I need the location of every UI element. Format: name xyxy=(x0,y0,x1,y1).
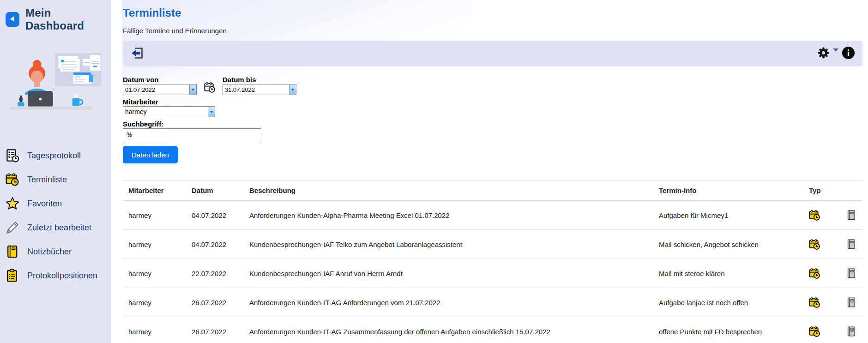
cell-typ xyxy=(809,210,840,221)
daily-log-icon xyxy=(6,149,19,162)
date-to-dropdown-button[interactable] xyxy=(289,84,296,95)
sidebar-item-terminliste[interactable]: Terminliste xyxy=(0,168,111,192)
date-from-input[interactable] xyxy=(123,84,189,95)
cell-datum: 22.07.2022 xyxy=(192,270,249,277)
open-notebook-button[interactable] xyxy=(846,297,857,308)
table-header-row: Mitarbeiter Datum Beschreibung Termin-In… xyxy=(123,181,862,201)
col-header-termin-info: Termin-Info xyxy=(659,187,809,194)
cell-typ xyxy=(809,297,840,308)
calendar-clock-icon xyxy=(809,297,820,308)
table-row[interactable]: harmey 04.07.2022 Kundenbesprechungen-IA… xyxy=(123,230,862,259)
main-content: Terminliste Fällige Termine und Erinneru… xyxy=(111,0,868,343)
cell-beschreibung: Kundenbesprechungen-IAF Telko zum Angebo… xyxy=(249,241,659,248)
calendar-clock-icon xyxy=(204,82,216,95)
col-header-datum: Datum xyxy=(192,187,249,194)
appointment-table: Mitarbeiter Datum Beschreibung Termin-In… xyxy=(123,180,862,343)
notebook-icon xyxy=(846,297,857,308)
cell-typ xyxy=(809,239,840,250)
cell-typ xyxy=(809,326,840,337)
calendar-clock-icon xyxy=(809,239,820,250)
calendar-clock-icon xyxy=(809,326,820,337)
sidebar-item-tagesprotokoll[interactable]: Tagesprotokoll xyxy=(0,144,111,168)
chevron-left-icon xyxy=(10,16,15,24)
open-notebook-button[interactable] xyxy=(846,268,857,279)
notebook-icon xyxy=(846,268,857,279)
open-notebook-button[interactable] xyxy=(846,210,857,221)
date-picker-button[interactable] xyxy=(204,82,216,95)
table-row[interactable]: harmey 22.07.2022 Kundenbesprechungen-IA… xyxy=(123,259,862,288)
info-button[interactable]: i xyxy=(842,46,855,61)
chevron-down-icon xyxy=(210,111,213,113)
toolbar-right-group: i xyxy=(817,46,855,61)
exit-button[interactable] xyxy=(130,47,144,61)
cell-termin-info: Aufgabe lanjae ist noch offen xyxy=(659,299,809,307)
load-data-button[interactable]: Daten laden xyxy=(123,146,178,163)
cell-datum: 26.07.2022 xyxy=(192,328,249,336)
chevron-down-icon xyxy=(833,47,838,54)
sidebar-item-label: Zuletzt bearbeitet xyxy=(27,223,91,233)
calendar-clock-icon xyxy=(809,268,820,279)
cell-typ xyxy=(809,268,840,279)
employee-dropdown-button[interactable] xyxy=(208,107,215,117)
gear-icon xyxy=(817,47,830,60)
pencil-icon xyxy=(6,221,19,235)
cell-mitarbeiter: harmey xyxy=(123,328,192,336)
cell-mitarbeiter: harmey xyxy=(123,241,192,248)
sidebar-item-notizbuecher[interactable]: Notizbücher xyxy=(0,240,111,264)
date-to-label: Datum bis xyxy=(223,76,296,84)
info-icon: i xyxy=(842,46,855,61)
exit-icon xyxy=(130,47,144,61)
sidebar-item-label: Notizbücher xyxy=(27,247,72,257)
cell-datum: 26.07.2022 xyxy=(192,299,249,307)
cell-termin-info: offene Punkte mit FD besprechen xyxy=(659,328,809,336)
notebook-icon xyxy=(846,239,857,250)
sidebar-item-label: Terminliste xyxy=(27,175,67,185)
settings-button[interactable] xyxy=(817,47,830,60)
table-row[interactable]: harmey 26.07.2022 Anforderungen Kunden-I… xyxy=(123,288,862,317)
cell-beschreibung: Anforderungen Kunden-Alpha-Pharma Meetin… xyxy=(249,211,659,219)
sidebar-item-zuletzt-bearbeitet[interactable]: Zuletzt bearbeitet xyxy=(0,216,111,240)
page-title: Terminliste xyxy=(123,0,862,19)
cell-termin-info: Mail schicken, Angebot schicken xyxy=(659,241,809,248)
cell-beschreibung: Anforderungen Kunden-IT-AG Zusammenfassu… xyxy=(249,328,659,336)
filter-form: Datum von xyxy=(123,76,862,163)
dashboard-illustration xyxy=(6,44,104,120)
calendar-clock-icon xyxy=(6,173,19,187)
sidebar-item-label: Tagesprotokoll xyxy=(27,151,81,161)
sidebar-menu: Tagesprotokoll Terminliste Favoriten xyxy=(0,144,111,288)
col-header-beschreibung: Beschreibung xyxy=(249,187,659,194)
toolbar: i xyxy=(123,41,862,66)
notebook-icon xyxy=(846,326,857,337)
col-header-typ: Typ xyxy=(809,187,840,194)
cell-termin-info: Aufgaben für Micmey1 xyxy=(659,211,809,219)
settings-menu-button[interactable] xyxy=(833,47,838,54)
table-row[interactable]: harmey 04.07.2022 Anforderungen Kunden-A… xyxy=(123,201,862,230)
table-row[interactable]: harmey 26.07.2022 Anforderungen Kunden-I… xyxy=(123,317,862,343)
star-icon xyxy=(6,197,19,211)
back-button[interactable] xyxy=(6,12,19,27)
employee-selected-value: harmey xyxy=(123,107,208,117)
cell-mitarbeiter: harmey xyxy=(123,211,192,219)
open-notebook-button[interactable] xyxy=(846,239,857,250)
sidebar-header: Mein Dashboard xyxy=(0,0,111,32)
cell-mitarbeiter: harmey xyxy=(123,299,192,307)
sidebar-item-protokollpositionen[interactable]: Protokollpositionen xyxy=(0,264,111,288)
cell-beschreibung: Kundenbesprechungen-IAF Anruf von Herrn … xyxy=(249,270,659,277)
clipboard-icon xyxy=(6,269,19,283)
cell-termin-info: Mail mit steroe klären xyxy=(659,270,809,277)
svg-text:i: i xyxy=(847,48,850,58)
cell-datum: 04.07.2022 xyxy=(192,241,249,248)
cell-mitarbeiter: harmey xyxy=(123,270,192,277)
date-to-input[interactable] xyxy=(223,84,289,95)
date-from-dropdown-button[interactable] xyxy=(189,84,196,95)
col-header-mitarbeiter: Mitarbeiter xyxy=(123,187,192,194)
search-input[interactable] xyxy=(123,128,261,141)
sidebar-item-label: Favoriten xyxy=(27,199,62,209)
calendar-clock-icon xyxy=(809,210,820,221)
sidebar: Mein Dashboard xyxy=(0,0,111,343)
open-notebook-button[interactable] xyxy=(846,326,857,337)
sidebar-item-label: Protokollpositionen xyxy=(27,271,97,281)
app-title: Mein Dashboard xyxy=(25,6,111,32)
employee-select[interactable]: harmey xyxy=(123,106,215,117)
sidebar-item-favoriten[interactable]: Favoriten xyxy=(0,192,111,216)
